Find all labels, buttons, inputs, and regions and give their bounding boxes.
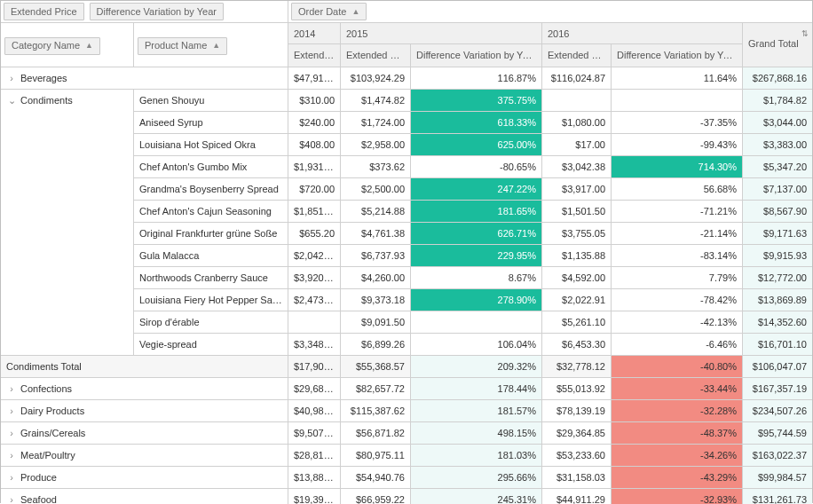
pill-label: Category Name	[12, 39, 80, 52]
val: $2,042.12	[288, 245, 341, 267]
category-cell[interactable]: ⌄Condiments	[1, 90, 134, 356]
val: -34.26%	[612, 445, 743, 467]
val: -6.46%	[612, 334, 743, 356]
col-2015[interactable]: 2015	[341, 23, 542, 44]
col-2015-diff[interactable]: Difference Variation by Year	[411, 44, 542, 67]
column-field-drop[interactable]: Order Date ▲	[288, 1, 812, 23]
product-cell[interactable]: Louisiana Hot Spiced Okra	[134, 134, 288, 156]
table-row: Sirop d'érable$9,091.50$5,261.10-42.13%$…	[134, 311, 812, 334]
product-cell[interactable]: Vegie-spread	[134, 334, 288, 356]
val: $655.20	[288, 223, 341, 245]
pill-category-name[interactable]: Category Name ▲	[4, 37, 100, 55]
val: $19,391.22	[288, 489, 341, 504]
val: -21.14%	[612, 223, 743, 245]
pill-diff-variation[interactable]: Difference Variation by Year	[90, 3, 224, 20]
category-cell[interactable]: ›Grains/Cereals	[1, 422, 288, 445]
expand-icon[interactable]: ›	[6, 425, 17, 441]
row-condiments-total: Condiments Total $17,900.38 $55,368.57 2…	[1, 356, 812, 378]
pill-extended-price[interactable]: Extended Price	[4, 3, 84, 20]
expand-icon[interactable]: ›	[6, 469, 17, 485]
val-gt: $9,171.63	[743, 223, 812, 245]
pill-order-date[interactable]: Order Date ▲	[291, 3, 367, 20]
expand-icon[interactable]: ›	[6, 403, 17, 419]
category-cell[interactable]: ›Seafood	[1, 489, 288, 504]
product-cell[interactable]: Chef Anton's Cajun Seasoning	[134, 201, 288, 223]
row-field-category[interactable]: Category Name ▲	[1, 23, 134, 67]
product-cell[interactable]: Gula Malacca	[134, 245, 288, 267]
val: 245.31%	[411, 489, 542, 504]
col-grand-total[interactable]: ⇅ Grand Total	[743, 23, 812, 67]
expand-icon[interactable]: ›	[6, 381, 17, 397]
val: $54,940.76	[341, 467, 411, 489]
col-2016-diff[interactable]: Difference Variation by Year	[612, 44, 743, 67]
product-cell[interactable]: Sirop d'érable	[134, 311, 288, 334]
val: $56,871.82	[341, 422, 411, 445]
pill-label: Order Date	[298, 5, 346, 19]
val: $1,135.88	[542, 245, 612, 267]
val: $17,900.38	[288, 356, 341, 378]
col-2016[interactable]: 2016	[542, 23, 743, 44]
col-2016-ext[interactable]: Extended Price	[542, 44, 612, 67]
filter-icon[interactable]: ⇅	[801, 28, 809, 40]
row-seafood: ›Seafood$19,391.22$66,959.22245.31%$44,9…	[1, 489, 812, 504]
expand-icon[interactable]: ›	[6, 447, 17, 463]
sort-asc-icon: ▲	[212, 39, 220, 52]
row-meat: ›Meat/Poultry$28,813.66$80,975.11181.03%…	[1, 445, 812, 467]
val: -42.13%	[612, 311, 743, 334]
category-label: Condiments	[20, 95, 73, 106]
val: 498.15%	[411, 422, 542, 445]
expand-icon[interactable]: ›	[6, 492, 17, 504]
val-gt: $267,868.16	[743, 67, 812, 90]
product-cell[interactable]: Aniseed Syrup	[134, 112, 288, 134]
val: $44,911.29	[542, 489, 612, 504]
val: $28,813.66	[288, 445, 341, 467]
row-produce: ›Produce$13,885.78$54,940.76295.66%$31,1…	[1, 467, 812, 489]
val: $3,042.38	[542, 156, 612, 178]
category-cell[interactable]: ›Meat/Poultry	[1, 445, 288, 467]
product-cell[interactable]: Genen Shouyu	[134, 90, 288, 112]
val: $80,975.11	[341, 445, 411, 467]
product-cell[interactable]: Grandma's Boysenberry Spread	[134, 178, 288, 201]
val: $2,022.91	[542, 289, 612, 311]
row-grains: ›Grains/Cereals$9,507.92$56,871.82498.15…	[1, 422, 812, 445]
val: 181.03%	[411, 445, 542, 467]
val: 247.22%	[411, 178, 542, 201]
val: -48.37%	[612, 422, 743, 445]
product-cell[interactable]: Chef Anton's Gumbo Mix	[134, 156, 288, 178]
val-gt: $16,701.10	[743, 334, 812, 356]
category-cell[interactable]: ›Dairy Products	[1, 400, 288, 422]
val: $78,139.19	[542, 400, 612, 422]
category-cell[interactable]: ›Beverages	[1, 67, 288, 90]
pill-label: Product Name	[145, 39, 207, 52]
val: $240.00	[288, 112, 341, 134]
product-cell[interactable]: Louisiana Fiery Hot Pepper Sauce	[134, 289, 288, 311]
val: $1,080.00	[542, 112, 612, 134]
expand-icon[interactable]: ›	[6, 70, 17, 86]
data-field-drop[interactable]: Extended Price Difference Variation by Y…	[1, 1, 288, 23]
row-field-product[interactable]: Product Name ▲	[134, 23, 288, 67]
val: $103,924.29	[341, 67, 411, 90]
table-row: Louisiana Fiery Hot Pepper Sauce$2,473.8…	[134, 289, 812, 311]
val: -32.93%	[612, 489, 743, 504]
category-cell[interactable]: ›Produce	[1, 467, 288, 489]
category-cell[interactable]: ›Confections	[1, 378, 288, 400]
table-row: Northwoods Cranberry Sauce$3,920.00$4,26…	[134, 267, 812, 289]
val: 209.32%	[411, 356, 542, 378]
col-2014-ext[interactable]: Extended Price	[288, 44, 341, 67]
val: -40.80%	[612, 356, 743, 378]
category-label: Beverages	[20, 73, 67, 83]
collapse-icon[interactable]: ⌄	[6, 92, 17, 108]
val-gt: $234,507.26	[743, 400, 812, 422]
val	[542, 90, 612, 112]
val: $47,919.00	[288, 67, 341, 90]
col-2015-ext[interactable]: Extended Price	[341, 44, 411, 67]
product-cell[interactable]: Original Frankfurter grüne Soße	[134, 223, 288, 245]
col-2014[interactable]: 2014	[288, 23, 341, 44]
val: $310.00	[288, 90, 341, 112]
val: 626.71%	[411, 223, 542, 245]
val-gt: $8,567.90	[743, 201, 812, 223]
product-cell[interactable]: Northwoods Cranberry Sauce	[134, 267, 288, 289]
val: -71.21%	[612, 201, 743, 223]
pill-product-name[interactable]: Product Name ▲	[138, 37, 227, 55]
val: 625.00%	[411, 134, 542, 156]
